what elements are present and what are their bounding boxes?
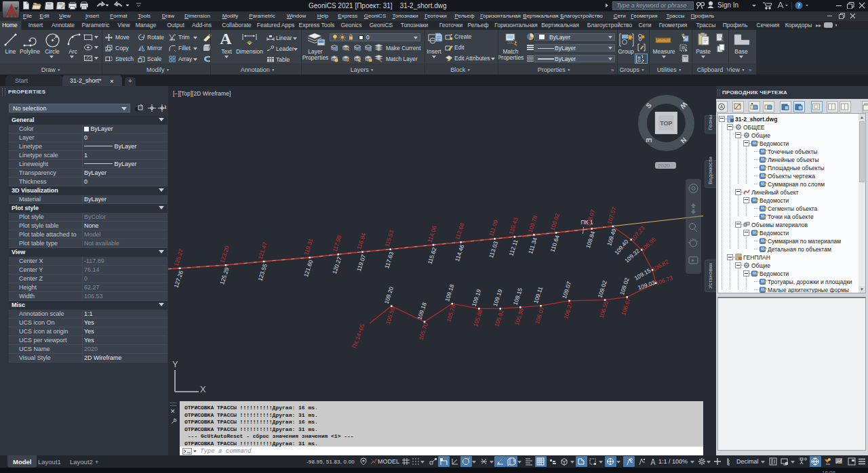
svg-text:105.78: 105.78 xyxy=(445,304,457,323)
svg-text:A: A xyxy=(720,104,724,109)
svg-text:119.07: 119.07 xyxy=(355,253,367,272)
svg-text:123.55: 123.55 xyxy=(256,263,269,282)
svg-text:113.03: 113.03 xyxy=(488,241,499,259)
svg-text:120.27: 120.27 xyxy=(331,255,343,274)
svg-text:109.49: 109.49 xyxy=(606,228,618,247)
svg-text:115.53: 115.53 xyxy=(383,229,395,247)
svg-text:109.02: 109.02 xyxy=(549,212,561,231)
svg-text:127.26: 127.26 xyxy=(172,270,184,289)
svg-text:125.27: 125.27 xyxy=(172,248,184,267)
svg-text:117.98: 117.98 xyxy=(331,234,342,253)
svg-text:X: X xyxy=(200,384,206,394)
svg-text:ПК 1: ПК 1 xyxy=(581,219,593,226)
svg-text:109.15: 109.15 xyxy=(633,267,652,282)
svg-text:105.92: 105.92 xyxy=(493,308,505,327)
svg-text:109.11: 109.11 xyxy=(532,285,544,304)
svg-text:109.02: 109.02 xyxy=(596,280,608,299)
svg-text:121.47: 121.47 xyxy=(256,241,269,260)
svg-text:109.03: 109.03 xyxy=(637,279,656,291)
svg-text:109.78: 109.78 xyxy=(527,214,539,233)
svg-text:ПК 14+65: ПК 14+65 xyxy=(351,323,366,349)
svg-text:125.29: 125.29 xyxy=(218,266,231,285)
svg-text:123.20: 123.20 xyxy=(218,245,231,264)
svg-text:109.02: 109.02 xyxy=(618,276,631,295)
svg-text:110.64: 110.64 xyxy=(549,234,560,253)
svg-text:116.84: 116.84 xyxy=(355,232,367,250)
svg-text:109.15: 109.15 xyxy=(512,287,524,306)
svg-text:109.07: 109.07 xyxy=(561,281,573,300)
svg-text:109.18: 109.18 xyxy=(443,283,456,302)
svg-text:106.82: 106.82 xyxy=(651,258,670,273)
svg-text:114.06: 114.06 xyxy=(426,225,437,243)
svg-text:106.27: 106.27 xyxy=(562,301,574,320)
svg-text:112.11: 112.11 xyxy=(507,239,519,257)
svg-text:105.70: 105.70 xyxy=(417,322,429,341)
svg-text:117.63: 117.63 xyxy=(383,251,395,269)
svg-text:109.19: 109.19 xyxy=(471,288,483,307)
svg-text:105.86: 105.86 xyxy=(472,308,484,327)
svg-text:Y: Y xyxy=(172,359,178,369)
svg-text:109.18: 109.18 xyxy=(416,302,428,321)
svg-text:E: E xyxy=(645,138,652,143)
svg-text:105.59: 105.59 xyxy=(384,306,397,325)
svg-text:109.19: 109.19 xyxy=(492,288,504,307)
svg-text:2020: 2020 xyxy=(658,163,670,169)
svg-text:109.20: 109.20 xyxy=(383,286,395,305)
svg-text:106.95: 106.95 xyxy=(639,236,657,253)
svg-text:114.46: 114.46 xyxy=(454,244,465,262)
svg-text:115.62: 115.62 xyxy=(426,247,437,265)
svg-text:112.68: 112.68 xyxy=(454,222,465,241)
svg-text:106.67: 106.67 xyxy=(620,297,632,316)
svg-text:106.73: 106.73 xyxy=(654,274,673,287)
svg-text:111.34: 111.34 xyxy=(527,236,538,255)
svg-text:119.31: 119.31 xyxy=(302,237,314,255)
svg-text:110.43: 110.43 xyxy=(507,217,519,235)
svg-text:109.40: 109.40 xyxy=(613,238,630,256)
svg-text:TOP: TOP xyxy=(660,120,672,127)
svg-text:106.55: 106.55 xyxy=(597,300,610,319)
svg-text:107.57: 107.57 xyxy=(606,206,618,225)
svg-text:107.23: 107.23 xyxy=(629,224,646,243)
svg-text:109.32: 109.32 xyxy=(623,247,641,264)
svg-text:106.07: 106.07 xyxy=(534,306,546,325)
svg-text:111.09: 111.09 xyxy=(488,219,499,237)
svg-text:105.98: 105.98 xyxy=(513,307,526,326)
svg-text:121.60: 121.60 xyxy=(302,259,315,278)
svg-text:109.84: 109.84 xyxy=(585,230,597,249)
